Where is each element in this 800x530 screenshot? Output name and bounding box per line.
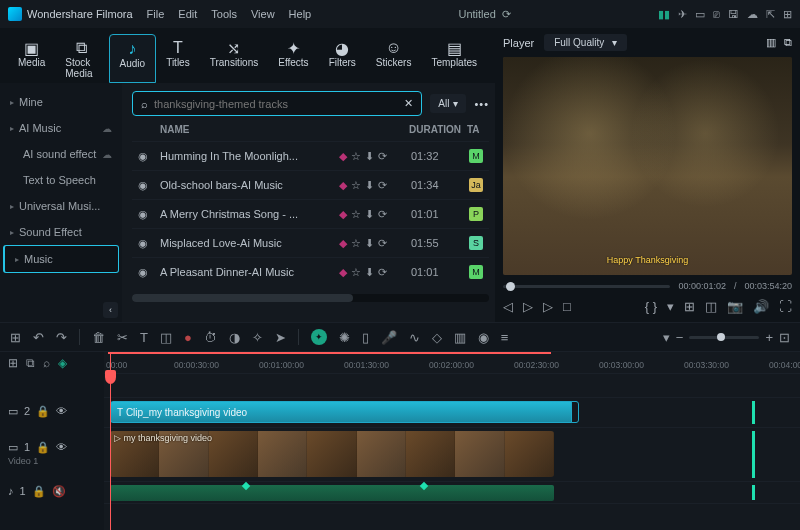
text-icon[interactable]: T bbox=[140, 330, 148, 345]
track-head-audio-1[interactable]: ♪1🔒🔇 bbox=[0, 480, 104, 502]
tab-effects[interactable]: ✦Effects bbox=[268, 34, 318, 83]
send-icon[interactable]: ✈ bbox=[678, 8, 687, 21]
menu-edit[interactable]: Edit bbox=[178, 8, 197, 20]
marker-tool-icon[interactable]: ◈ bbox=[58, 356, 67, 370]
download-icon[interactable]: ⬇ bbox=[365, 266, 374, 279]
grid-icon[interactable]: ⊞ bbox=[783, 8, 792, 21]
monitor-icon[interactable]: ⎚ bbox=[713, 8, 720, 21]
track-row[interactable]: ◉A Pleasant Dinner-AI Music◆☆⬇⟳01:01M bbox=[132, 257, 489, 286]
camera-icon[interactable]: 📷 bbox=[727, 299, 743, 314]
play-icon[interactable]: ◉ bbox=[138, 208, 160, 221]
snapshot-icon[interactable]: ⧉ bbox=[784, 36, 792, 49]
link-icon[interactable]: ⧉ bbox=[26, 356, 35, 370]
tab-stock-media[interactable]: ⧉Stock Media bbox=[55, 34, 108, 83]
favorite-icon[interactable]: ☆ bbox=[351, 150, 361, 163]
col-duration[interactable]: DURATION bbox=[409, 124, 467, 135]
zoom-slider[interactable] bbox=[689, 336, 759, 339]
horizontal-scrollbar[interactable] bbox=[132, 294, 489, 302]
audio-tool-icon[interactable]: ∿ bbox=[409, 330, 420, 345]
record-icon[interactable]: ● bbox=[184, 330, 192, 345]
ai-button[interactable]: ✦ bbox=[311, 329, 327, 345]
chevron-down-icon[interactable]: ▾ bbox=[663, 330, 670, 345]
chart-icon[interactable]: ▥ bbox=[454, 330, 466, 345]
play-icon[interactable]: ◉ bbox=[138, 266, 160, 279]
cloud-icon[interactable]: ☁ bbox=[747, 8, 758, 21]
more-options-icon[interactable]: ••• bbox=[474, 98, 489, 110]
timeline-ruler[interactable]: 00:00 00:00:30:00 00:01:00:00 00:01:30:0… bbox=[104, 352, 800, 374]
ruler-icon[interactable]: ⊞ bbox=[684, 299, 695, 314]
quality-dropdown[interactable]: Full Quality▾ bbox=[544, 34, 627, 51]
tab-media[interactable]: ▣Media bbox=[8, 34, 55, 83]
collapse-sidebar-button[interactable]: ‹ bbox=[103, 302, 118, 318]
video-clip[interactable]: ▷ my thanksgiving video bbox=[110, 431, 554, 477]
track-head-title-2[interactable]: ▭2🔒👁 bbox=[0, 396, 104, 426]
track-row[interactable]: ◉Misplaced Love-Ai Music◆☆⬇⟳01:55S bbox=[132, 228, 489, 257]
sidebar-item-mine[interactable]: ▸Mine bbox=[0, 89, 122, 115]
prev-frame-button[interactable]: ◁ bbox=[503, 299, 513, 314]
mute-icon[interactable]: 🔇 bbox=[52, 485, 66, 498]
search-box[interactable]: ⌕ ✕ bbox=[132, 91, 422, 116]
redo-icon[interactable]: ↷ bbox=[56, 330, 67, 345]
search-input[interactable] bbox=[154, 98, 398, 110]
col-tags[interactable]: TA bbox=[467, 124, 483, 135]
track-row[interactable]: ◉Humming In The Moonligh...◆☆⬇⟳01:32M bbox=[132, 141, 489, 170]
gift-icon[interactable]: ▮▮ bbox=[658, 8, 670, 21]
chevron-down-icon[interactable]: ▾ bbox=[667, 299, 674, 314]
tab-filters[interactable]: ◕Filters bbox=[319, 34, 366, 83]
playhead[interactable] bbox=[110, 352, 111, 530]
zoom-out-icon[interactable]: − bbox=[676, 330, 684, 345]
sidebar-item-ai-sound-effect[interactable]: AI sound effect☁ bbox=[0, 141, 122, 167]
preview-viewport[interactable]: Happy Thanksgiving bbox=[503, 57, 792, 275]
mobile-icon[interactable]: ▯ bbox=[362, 330, 369, 345]
compare-icon[interactable]: ▥ bbox=[766, 36, 776, 49]
more-icon[interactable]: ⟳ bbox=[378, 208, 387, 221]
sidebar-item-universal-music[interactable]: ▸Universal Musi... bbox=[0, 193, 122, 219]
crop-icon[interactable]: ◫ bbox=[705, 299, 717, 314]
pin-icon[interactable]: ◉ bbox=[478, 330, 489, 345]
enhance-icon[interactable]: ✺ bbox=[339, 330, 350, 345]
favorite-icon[interactable]: ☆ bbox=[351, 237, 361, 250]
col-name[interactable]: NAME bbox=[160, 124, 337, 135]
arrow-icon[interactable]: ➤ bbox=[275, 330, 286, 345]
more-icon[interactable]: ⟳ bbox=[378, 266, 387, 279]
menu-icon[interactable]: ≡ bbox=[501, 330, 509, 345]
title-track[interactable]: T Clip_my thanksgiving video bbox=[104, 398, 800, 428]
stop-button[interactable]: □ bbox=[563, 299, 571, 314]
panel-icon[interactable]: ▭ bbox=[695, 8, 705, 21]
sparkle-icon[interactable]: ✧ bbox=[252, 330, 263, 345]
audio-clip[interactable] bbox=[110, 485, 554, 501]
range-marker[interactable] bbox=[752, 431, 755, 478]
favorite-icon[interactable]: ☆ bbox=[351, 208, 361, 221]
scrub-bar[interactable] bbox=[503, 285, 670, 288]
sidebar-item-music[interactable]: ▸Music bbox=[3, 245, 119, 273]
lock-icon[interactable]: 🔒 bbox=[36, 405, 50, 418]
play-button[interactable]: ▷ bbox=[523, 299, 533, 314]
filter-dropdown[interactable]: All▾ bbox=[430, 94, 466, 113]
track-row[interactable]: ◉A Merry Christmas Song - ...◆☆⬇⟳01:01P bbox=[132, 199, 489, 228]
audio-track[interactable] bbox=[104, 482, 800, 504]
delete-icon[interactable]: 🗑 bbox=[92, 330, 105, 345]
volume-icon[interactable]: 🔊 bbox=[753, 299, 769, 314]
visibility-icon[interactable]: 👁 bbox=[56, 441, 67, 454]
color-icon[interactable]: ◑ bbox=[229, 330, 240, 345]
sync-icon[interactable]: ⟳ bbox=[502, 8, 511, 21]
sidebar-item-text-to-speech[interactable]: Text to Speech bbox=[0, 167, 122, 193]
tab-stickers[interactable]: ☺Stickers bbox=[366, 34, 422, 83]
play-icon[interactable]: ◉ bbox=[138, 237, 160, 250]
play-icon[interactable]: ◉ bbox=[138, 150, 160, 163]
download-icon[interactable]: ⬇ bbox=[365, 237, 374, 250]
cut-icon[interactable]: ✂ bbox=[117, 330, 128, 345]
zoom-in-icon[interactable]: + bbox=[765, 330, 773, 345]
save-icon[interactable]: 🖫 bbox=[728, 8, 739, 21]
download-icon[interactable]: ⬇ bbox=[365, 150, 374, 163]
tab-templates[interactable]: ▤Templates bbox=[421, 34, 487, 83]
favorite-icon[interactable]: ☆ bbox=[351, 266, 361, 279]
crop-tool-icon[interactable]: ◫ bbox=[160, 330, 172, 345]
mic-icon[interactable]: 🎤 bbox=[381, 330, 397, 345]
export-icon[interactable]: ⇱ bbox=[766, 8, 775, 21]
track-row[interactable]: ◉Old-school bars-AI Music◆☆⬇⟳01:34Ja bbox=[132, 170, 489, 199]
track-head-video-1[interactable]: ▭1🔒👁 Video 1 bbox=[0, 426, 104, 480]
magnet-icon[interactable]: ⌕ bbox=[43, 356, 50, 370]
sidebar-item-sound-effect[interactable]: ▸Sound Effect bbox=[0, 219, 122, 245]
favorite-icon[interactable]: ☆ bbox=[351, 179, 361, 192]
